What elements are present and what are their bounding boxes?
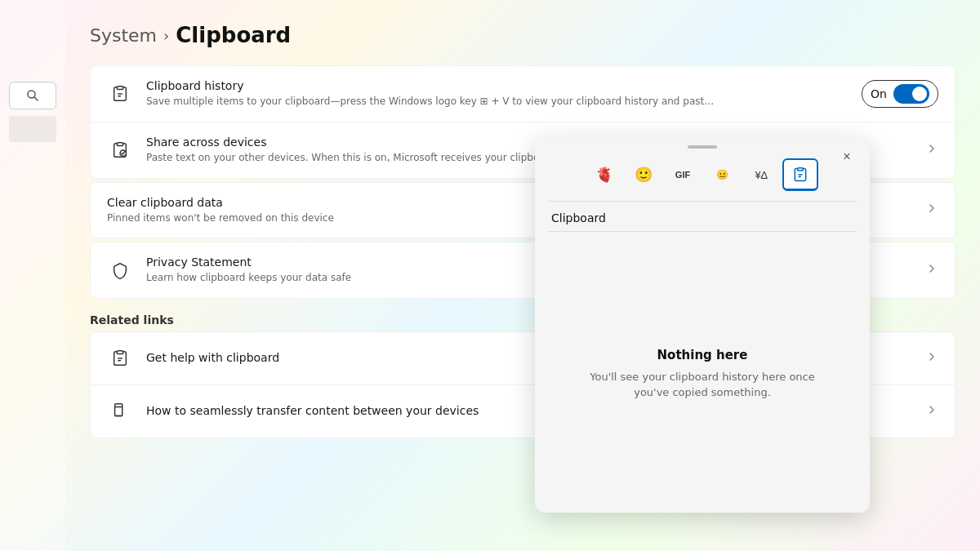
clipboard-history-text: Clipboard history Save multiple items to… bbox=[146, 79, 849, 109]
chevron-right-icon bbox=[925, 142, 938, 155]
popup-close-button[interactable]: × bbox=[835, 145, 858, 168]
popup-tabs: 🫀 🙂 GIF 😐 ¥∆ bbox=[535, 155, 870, 198]
share-devices-icon bbox=[107, 137, 133, 163]
tab-special-chars[interactable]: ¥∆ bbox=[743, 158, 779, 191]
clipboard-history-toggle-wrapper[interactable]: On bbox=[862, 80, 938, 108]
tab-gif[interactable]: GIF bbox=[665, 158, 701, 191]
search-box[interactable] bbox=[9, 82, 56, 109]
get-help-icon bbox=[107, 345, 133, 371]
breadcrumb-current: Clipboard bbox=[176, 23, 291, 47]
svg-rect-10 bbox=[115, 404, 122, 416]
popup-empty-state: Nothing here You'll see your clipboard h… bbox=[535, 235, 870, 513]
svg-rect-7 bbox=[117, 351, 122, 354]
clipboard-history-icon bbox=[107, 81, 133, 107]
empty-title: Nothing here bbox=[657, 348, 748, 362]
breadcrumb-arrow: › bbox=[163, 27, 169, 44]
get-help-arrow bbox=[925, 350, 938, 367]
svg-rect-5 bbox=[117, 143, 122, 146]
svg-line-1 bbox=[34, 97, 38, 100]
breadcrumb: System › Clipboard bbox=[90, 23, 956, 47]
clear-action bbox=[925, 202, 938, 218]
clipboard-history-card: Clipboard history Save multiple items to… bbox=[91, 66, 955, 122]
clipboard-history-title: Clipboard history bbox=[146, 79, 849, 92]
svg-rect-11 bbox=[798, 167, 804, 170]
chevron-right-icon-4 bbox=[925, 350, 938, 363]
chevron-right-icon-3 bbox=[925, 262, 938, 275]
tab-emoji[interactable]: 🙂 bbox=[626, 158, 662, 191]
transfer-icon bbox=[107, 398, 133, 424]
share-devices-action bbox=[925, 142, 938, 158]
popup-divider-2 bbox=[548, 231, 857, 232]
popup-tab-label: Clipboard bbox=[535, 205, 870, 228]
tab-clipboard[interactable] bbox=[782, 158, 818, 191]
sidebar-item-placeholder bbox=[9, 116, 56, 142]
popup-divider bbox=[548, 201, 857, 202]
toggle-label: On bbox=[871, 87, 887, 100]
sidebar bbox=[0, 0, 65, 551]
clipboard-popup: × 🫀 🙂 GIF 😐 ¥∆ Clipboard Nothing here Yo… bbox=[535, 137, 870, 513]
tab-sticker[interactable]: 🫀 bbox=[586, 158, 622, 191]
drag-handle bbox=[688, 145, 717, 149]
transfer-arrow bbox=[925, 403, 938, 420]
svg-rect-2 bbox=[117, 87, 122, 90]
tab-kaomoji[interactable]: 😐 bbox=[704, 158, 740, 191]
privacy-action bbox=[925, 262, 938, 278]
empty-desc: You'll see your clipboard history here o… bbox=[590, 369, 815, 401]
breadcrumb-system[interactable]: System bbox=[90, 25, 157, 46]
clipboard-history-toggle[interactable] bbox=[893, 84, 929, 104]
chevron-right-icon-2 bbox=[925, 202, 938, 215]
chevron-right-icon-5 bbox=[925, 403, 938, 416]
clipboard-history-desc: Save multiple items to your clipboard—pr… bbox=[146, 95, 718, 109]
search-icon bbox=[26, 89, 39, 102]
privacy-icon bbox=[107, 257, 133, 283]
